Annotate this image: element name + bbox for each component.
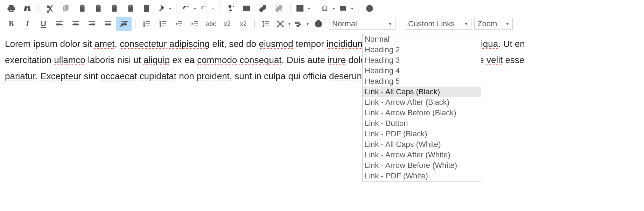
align-center-button[interactable] — [68, 17, 83, 31]
symbol-split[interactable]: Ω ▼ — [319, 1, 336, 15]
separator — [254, 19, 255, 29]
subscript-button[interactable]: x2 — [219, 17, 235, 31]
copy-button[interactable] — [58, 1, 74, 15]
spellcheck-split[interactable]: abc ▼ — [293, 17, 310, 31]
clipboard-w-icon: W — [94, 4, 103, 13]
paste-word-button[interactable]: W — [91, 1, 106, 15]
undo-split[interactable]: ▼ — [180, 1, 197, 15]
redo-split[interactable]: ▼ — [198, 1, 216, 15]
italic-button[interactable]: I — [20, 17, 35, 31]
chevron-down-icon: ▼ — [464, 21, 468, 26]
table-button[interactable] — [294, 1, 306, 15]
outdent-icon — [175, 20, 183, 28]
paragraph-style-label: Normal — [332, 19, 357, 28]
separator — [399, 19, 399, 29]
svg-rect-3 — [130, 9, 132, 9]
snippet-caret[interactable]: ▼ — [349, 1, 355, 15]
spellcheck-caret[interactable]: ▼ — [304, 17, 310, 31]
network-split[interactable]: ▼ — [274, 17, 292, 31]
separator — [315, 4, 315, 13]
print-icon — [7, 4, 15, 13]
table-caret[interactable]: ▼ — [306, 1, 312, 15]
indent-button[interactable] — [187, 17, 203, 31]
chevron-down-icon: ▼ — [193, 7, 197, 11]
clear-format-button[interactable] — [116, 17, 132, 31]
table-split[interactable]: ▼ — [294, 1, 312, 15]
undo-caret[interactable]: ▼ — [192, 1, 197, 15]
svg-line-63 — [280, 21, 283, 24]
bold-button[interactable]: B — [4, 17, 19, 31]
strike-button[interactable]: abc — [203, 17, 219, 31]
clipboard-icon — [78, 4, 86, 13]
align-right-button[interactable] — [84, 17, 99, 31]
separator — [176, 4, 176, 13]
format-painter-split[interactable]: ▼ — [155, 1, 173, 15]
image-button[interactable] — [239, 1, 254, 15]
symbol-button[interactable]: Ω — [319, 1, 331, 15]
anchor-button[interactable] — [223, 1, 238, 15]
dropdown-item[interactable]: Heading 2 — [363, 45, 481, 55]
ordered-list-button[interactable]: 123 — [139, 17, 154, 31]
media-button[interactable] — [362, 1, 377, 15]
help-button[interactable]: ? — [311, 17, 326, 31]
undo-icon — [182, 4, 190, 13]
editor-line: Lorem ipsum dolor sit amet, consectetur … — [5, 36, 639, 52]
network-caret[interactable]: ▼ — [286, 17, 292, 31]
chevron-down-icon: ▼ — [211, 7, 215, 11]
svg-rect-13 — [340, 6, 346, 11]
redo-button[interactable] — [198, 1, 210, 15]
paragraph-style-select[interactable]: Normal ▼ — [329, 18, 396, 30]
undo-button[interactable] — [180, 1, 192, 15]
editor-content[interactable]: Lorem ipsum dolor sit amet, consectetur … — [0, 32, 644, 88]
align-left-button[interactable] — [52, 17, 67, 31]
spellcheck-icon: abc — [294, 20, 303, 28]
line-spacing-icon — [262, 20, 270, 28]
paste-button[interactable] — [75, 1, 90, 15]
symbol-caret[interactable]: ▼ — [331, 1, 336, 15]
find-button[interactable] — [20, 1, 35, 15]
print-button[interactable] — [4, 1, 19, 15]
svg-rect-2 — [130, 8, 132, 8]
dropdown-item[interactable]: Heading 4 — [363, 66, 481, 76]
code-snippet-icon — [339, 4, 347, 13]
align-justify-button[interactable] — [100, 17, 115, 31]
superscript-button[interactable]: x2 — [236, 17, 251, 31]
redo-caret[interactable]: ▼ — [210, 1, 216, 15]
clipboard-w2-icon: W — [110, 4, 119, 13]
format-painter-caret[interactable]: ▼ — [167, 1, 173, 15]
format-painter-button[interactable] — [155, 1, 167, 15]
unordered-list-button[interactable] — [155, 17, 170, 31]
unlink-button[interactable] — [271, 1, 287, 15]
dropdown-item[interactable]: Heading 3 — [363, 55, 481, 66]
svg-text:abc: abc — [295, 21, 300, 25]
link-button[interactable] — [255, 1, 271, 15]
paragraph-style-dropdown[interactable]: NormalHeading 2Heading 3Heading 4Heading… — [362, 34, 481, 88]
link-icon — [259, 4, 267, 13]
snippet-split[interactable]: ▼ — [337, 1, 355, 15]
snippet-button[interactable] — [337, 1, 349, 15]
dropdown-item[interactable]: Heading 5 — [363, 76, 481, 87]
clear-format-icon — [120, 20, 128, 28]
network-button[interactable] — [274, 17, 286, 31]
zoom-select[interactable]: Zoom ▼ — [474, 18, 513, 30]
play-circle-icon — [365, 4, 374, 13]
help-icon: ? — [314, 20, 323, 28]
svg-text:3: 3 — [144, 25, 145, 27]
dropdown-item[interactable]: Link - All Caps (Black) — [363, 87, 481, 88]
chevron-down-icon: ▼ — [307, 7, 311, 11]
toolbar-row-2: B I U 123 abc x2 x2 ▼ abc ▼ ? Normal ▼ — [4, 17, 640, 31]
separator — [290, 4, 290, 13]
dropdown-item[interactable]: Normal — [363, 34, 481, 45]
underline-button[interactable]: U — [36, 17, 51, 31]
paste-plain-button[interactable] — [123, 1, 138, 15]
spellcheck-button[interactable]: abc — [293, 17, 304, 31]
outdent-button[interactable] — [171, 17, 187, 31]
brush-icon — [157, 4, 165, 13]
paste-word2-button[interactable]: W — [107, 1, 122, 15]
line-spacing-button[interactable] — [258, 17, 274, 31]
cut-button[interactable] — [42, 1, 58, 15]
separator — [358, 4, 358, 13]
custom-links-select[interactable]: Custom Links ▼ — [405, 18, 471, 30]
custom-links-label: Custom Links — [408, 19, 455, 28]
paste-special-button[interactable] — [139, 1, 154, 15]
